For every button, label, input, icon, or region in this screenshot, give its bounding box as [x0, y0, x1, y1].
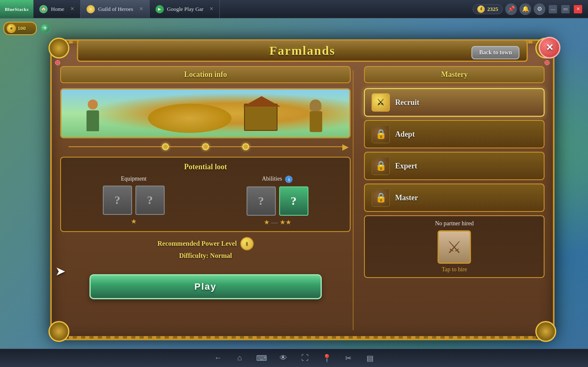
tab-guild-label: Guild of Heroes	[98, 6, 133, 13]
mastery-adept-label: Adept	[395, 130, 415, 139]
gold-currency: ★ 100	[3, 22, 37, 35]
corner-deco-br	[535, 321, 556, 342]
progress-dots: ▶	[60, 143, 351, 150]
coin-icon: ₡	[477, 5, 485, 13]
ability-dash: —	[271, 219, 278, 226]
settings-icon[interactable]: ⚙	[534, 3, 545, 15]
abilities-info-icon[interactable]: i	[285, 176, 293, 183]
taskbar-right: ₡ 2325 📌 🔔 ⚙ — ▭ ✕	[473, 3, 588, 15]
coin-amount: 2325	[487, 6, 498, 13]
gold-icon: ★	[7, 24, 16, 33]
play-area: ➤ Play	[60, 264, 351, 299]
right-panel: Mastery ⚔ Recruit 🔒 Adept 🔒 Expert 🔒 Mas…	[364, 66, 545, 330]
mastery-item-adept[interactable]: 🔒 Adept	[364, 120, 545, 148]
loot-title: Potential loot	[66, 163, 345, 171]
equipment-label: Equipment	[66, 176, 201, 182]
gem-left	[55, 60, 60, 65]
tab-home-label: Home	[51, 6, 64, 13]
farmer-figure	[84, 99, 101, 133]
equipment-item-1: ?	[103, 186, 132, 215]
warrior-figure	[310, 99, 326, 133]
window-close-button[interactable]: ✕	[574, 5, 582, 13]
close-panel-button[interactable]: ✕	[539, 37, 560, 59]
corner-deco-bl	[48, 321, 69, 342]
adept-icon: 🔒	[372, 125, 390, 143]
location-info-label: Location info	[184, 70, 227, 79]
guild-icon: ⚔	[87, 5, 95, 13]
tab-home-close[interactable]: ✕	[70, 6, 74, 12]
partner-portrait[interactable]: ⚔	[438, 230, 471, 264]
main-panel: Farmlands Back to town ✕ Location info	[50, 39, 555, 340]
bottom-border-decoration	[69, 336, 536, 339]
ability-item-2: ?	[279, 186, 308, 216]
left-panel: Location info	[60, 66, 351, 330]
add-gold-button[interactable]: +	[40, 23, 50, 33]
coin-display: ₡ 2325	[473, 4, 503, 14]
progress-dot-2	[202, 143, 209, 150]
location-scene	[60, 88, 351, 138]
tab-google-play-close[interactable]: ✕	[209, 6, 214, 12]
warrior-body	[310, 111, 322, 132]
partner-title: No partner hired	[369, 220, 540, 227]
tab-guild-close[interactable]: ✕	[139, 6, 143, 12]
equipment-stars: ★	[66, 217, 201, 225]
corner-deco-tl	[48, 38, 69, 59]
progress-arrow[interactable]: ▶	[342, 142, 349, 152]
tab-home[interactable]: 🏠 Home ✕	[33, 0, 81, 18]
tab-google-play[interactable]: ▶ Google Play Gar ✕	[150, 0, 220, 18]
equipment-col: Equipment ? ? ★	[66, 176, 201, 226]
tab-google-play-label: Google Play Gar	[167, 6, 204, 13]
pin-icon[interactable]: 📌	[505, 3, 517, 15]
farmer-head	[88, 99, 98, 110]
location-icon[interactable]: 📍	[320, 352, 333, 365]
gem-right	[545, 60, 550, 65]
expert-icon: 🔒	[372, 157, 390, 175]
view-icon[interactable]: 👁	[277, 352, 290, 365]
equipment-star: ★	[131, 217, 137, 225]
sidebar-icon[interactable]: ▤	[364, 352, 377, 365]
tap-to-hire-label[interactable]: Tap to hire	[369, 266, 540, 273]
google-play-icon: ▶	[155, 5, 164, 13]
mastery-item-recruit[interactable]: ⚔ Recruit	[364, 88, 545, 117]
mastery-item-master[interactable]: 🔒 Master	[364, 184, 545, 212]
hay-bales	[148, 104, 232, 133]
mastery-recruit-label: Recruit	[395, 98, 419, 107]
difficulty-text: Difficulty: Normal	[60, 252, 351, 260]
warrior-head	[310, 99, 321, 111]
mastery-master-label: Master	[395, 194, 418, 202]
equipment-items: ? ?	[66, 186, 201, 215]
notification-icon[interactable]: 🔔	[519, 3, 531, 15]
barn-roof	[243, 96, 280, 107]
fullscreen-icon[interactable]: ⛶	[298, 352, 312, 365]
loot-columns: Equipment ? ? ★ Abilities i	[66, 176, 345, 226]
mastery-header: Mastery	[364, 66, 545, 83]
ability-stars-right: ★★	[280, 218, 291, 226]
back-to-town-button[interactable]: Back to town	[471, 46, 519, 59]
scissors-icon[interactable]: ✂	[342, 352, 355, 365]
progress-dot-3	[242, 143, 249, 150]
partner-section: No partner hired ⚔ Tap to hire	[364, 215, 545, 278]
bottombar: ← ⌂ ⌨ 👁 ⛶ 📍 ✂ ▤	[0, 349, 588, 367]
home-icon: 🏠	[39, 5, 48, 13]
panel-title: Farmlands	[269, 43, 335, 58]
minimize-button[interactable]: —	[549, 5, 557, 13]
mastery-item-expert[interactable]: 🔒 Expert	[364, 152, 545, 180]
gold-amount: 100	[18, 25, 26, 32]
barn	[244, 104, 277, 131]
keyboard-icon[interactable]: ⌨	[255, 352, 268, 365]
mastery-expert-label: Expert	[395, 162, 417, 171]
play-button[interactable]: Play	[89, 274, 322, 299]
abilities-label: Abilities i	[210, 176, 345, 183]
master-icon: 🔒	[372, 189, 390, 207]
currency-bar: ★ 100 +	[3, 22, 50, 35]
panel-title-bar: Farmlands	[77, 39, 528, 62]
recruit-icon: ⚔	[372, 93, 390, 112]
back-button[interactable]: ←	[211, 352, 225, 365]
home-button[interactable]: ⌂	[233, 352, 247, 365]
tab-guild-of-heroes[interactable]: ⚔ Guild of Heroes ✕	[81, 0, 150, 18]
restore-button[interactable]: ▭	[561, 5, 570, 13]
abilities-stars: ★ — ★★	[210, 218, 345, 226]
ability-items: ? ?	[210, 186, 345, 216]
panel-divider	[353, 70, 354, 330]
power-level-text: Recommended Power Level	[158, 240, 237, 247]
